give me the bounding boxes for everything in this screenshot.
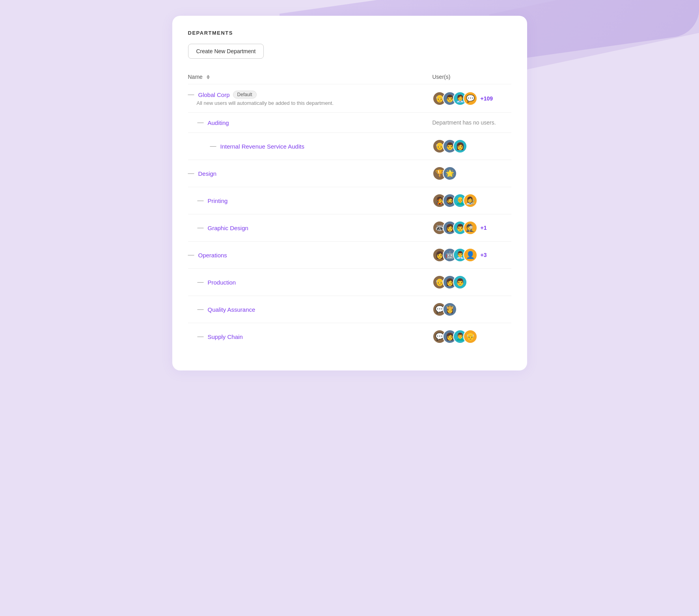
avatar-stack: 👩🤖👨‍💼👤+3: [432, 248, 487, 262]
tree-dash: —: [210, 143, 216, 150]
department-row: —Operations👩🤖👨‍💼👤+3: [188, 242, 511, 269]
users-column: 🦝👩👨🕵️+1: [432, 221, 511, 235]
avatar: 👸: [443, 302, 457, 316]
department-name[interactable]: Printing: [208, 197, 228, 204]
avatar: 🌟: [443, 166, 457, 181]
avatar: 👩: [453, 139, 467, 153]
column-users: User(s): [432, 74, 511, 80]
department-name[interactable]: Quality Assurance: [208, 306, 255, 313]
avatar-stack: 💬👩👨‍🦱👴: [432, 329, 477, 344]
tree-dash: —: [198, 333, 204, 340]
avatar: 👴: [463, 329, 477, 344]
users-column: 👩🤖👨‍💼👤+3: [432, 248, 511, 262]
department-name[interactable]: Global Corp: [198, 91, 230, 98]
department-row: —Printing🧑‍🎤🧔👨‍🦲👩‍🎨: [188, 187, 511, 214]
users-column: 💬👸: [432, 302, 511, 316]
department-name[interactable]: Operations: [198, 252, 227, 259]
department-name[interactable]: Auditing: [208, 119, 229, 126]
page-title: DEPARTMENTS: [188, 30, 511, 36]
department-row: —Design🏆🌟: [188, 160, 511, 187]
avatar-stack: Department has no users.: [432, 119, 496, 126]
avatar: 👨: [453, 275, 467, 289]
avatar: 👩‍🎨: [463, 194, 477, 208]
tree-dash: —: [188, 170, 194, 177]
users-column: 👴👨👩: [432, 139, 511, 153]
user-count: +109: [481, 95, 493, 102]
department-name[interactable]: Production: [208, 279, 236, 286]
avatar-stack: 💬👸: [432, 302, 457, 316]
tree-dash: —: [198, 197, 204, 204]
avatar-stack: 👴👨👩: [432, 139, 467, 153]
avatar: 🕵️: [463, 221, 477, 235]
department-row: —AuditingDepartment has no users.: [188, 113, 511, 133]
avatar-stack: 🦝👩👨🕵️+1: [432, 221, 487, 235]
tree-dash: —: [198, 306, 204, 313]
department-row: —Internal Revenue Service Audits👴👨👩: [188, 133, 511, 160]
users-column: 🏆🌟: [432, 166, 511, 181]
main-card: DEPARTMENTS Create New Department Name U…: [172, 16, 527, 370]
user-count: +1: [481, 225, 487, 231]
default-badge: Default: [233, 91, 257, 99]
users-column: Department has no users.: [432, 119, 511, 126]
no-users-text: Department has no users.: [432, 119, 496, 126]
users-column: 👴👩👨: [432, 275, 511, 289]
department-list: —Global CorpDefaultAll new users will au…: [188, 84, 511, 350]
column-name: Name: [188, 74, 210, 80]
avatar-stack: 🧑‍🎤🧔👨‍🦲👩‍🎨: [432, 194, 477, 208]
tree-dash: —: [198, 119, 204, 126]
tree-dash: —: [188, 251, 194, 259]
department-name[interactable]: Design: [198, 170, 217, 177]
avatar: 💬: [463, 91, 477, 106]
department-row: —Production👴👩👨: [188, 269, 511, 296]
department-subtitle: All new users will automatically be adde…: [197, 100, 334, 106]
department-name[interactable]: Supply Chain: [208, 333, 243, 340]
users-column: 🧑‍🎤🧔👨‍🦲👩‍🎨: [432, 194, 511, 208]
avatar-stack: 👴👨🧑‍💼💬+109: [432, 91, 493, 106]
avatar-stack: 👴👩👨: [432, 275, 467, 289]
department-row: —Graphic Design🦝👩👨🕵️+1: [188, 214, 511, 242]
avatar-stack: 🏆🌟: [432, 166, 457, 181]
create-department-button[interactable]: Create New Department: [188, 44, 264, 59]
tree-dash: —: [198, 279, 204, 286]
department-row: —Quality Assurance💬👸: [188, 296, 511, 323]
avatar: 👤: [463, 248, 477, 262]
table-header: Name User(s): [188, 70, 511, 84]
user-count: +3: [481, 252, 487, 258]
users-column: 💬👩👨‍🦱👴: [432, 329, 511, 344]
users-column: 👴👨🧑‍💼💬+109: [432, 91, 511, 106]
department-name[interactable]: Internal Revenue Service Audits: [220, 143, 304, 150]
tree-dash: —: [198, 224, 204, 231]
department-row: —Global CorpDefaultAll new users will au…: [188, 84, 511, 113]
tree-dash: —: [188, 91, 194, 98]
department-name[interactable]: Graphic Design: [208, 225, 248, 231]
sort-icon[interactable]: [207, 75, 210, 79]
department-row: —Supply Chain💬👩👨‍🦱👴: [188, 323, 511, 350]
